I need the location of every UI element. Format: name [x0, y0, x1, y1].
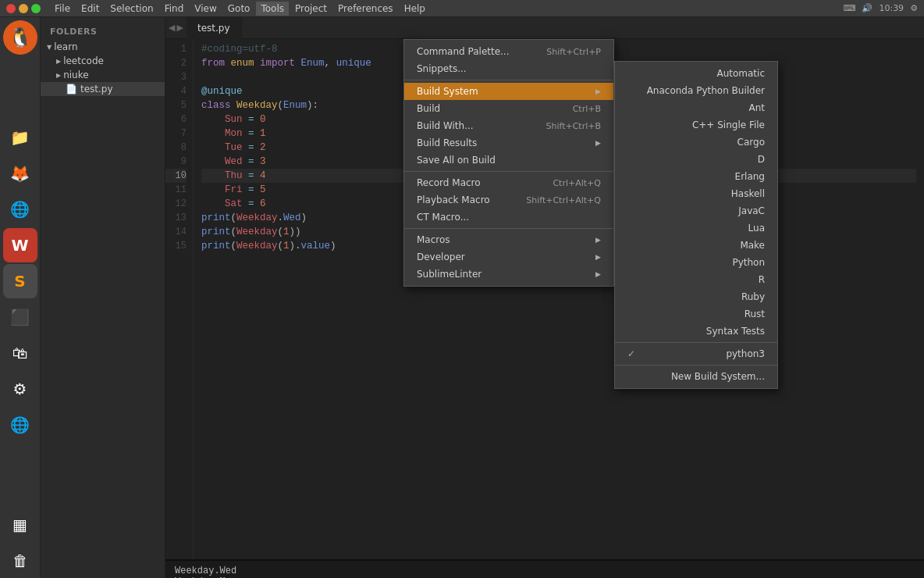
- menu-selection[interactable]: Selection: [105, 2, 158, 16]
- menu-edit[interactable]: Edit: [76, 2, 104, 16]
- menu-developer[interactable]: Developer: [404, 248, 613, 266]
- menu-goto[interactable]: Goto: [223, 2, 255, 16]
- menu-file[interactable]: File: [50, 2, 75, 16]
- sidebar-icon-apps[interactable]: ▦: [3, 508, 37, 542]
- line-num-2: 2: [165, 56, 187, 70]
- line-numbers: 1 2 3 4 5 6 7 8 9 10 11 12 13 14 15: [165, 39, 194, 559]
- build-system-submenu[interactable]: Automatic Anaconda Python Builder Ant C+…: [614, 61, 778, 389]
- settings-icon[interactable]: ⚙: [910, 3, 918, 13]
- line-num-7: 7: [165, 127, 187, 141]
- expand-icon: ▼: [47, 44, 52, 51]
- menu-divider-2: [404, 171, 613, 172]
- titlebar-left: File Edit Selection Find View Goto Tools…: [6, 2, 430, 16]
- bs-new-build-system[interactable]: New Build System...: [615, 368, 777, 385]
- titlebar: File Edit Selection Find View Goto Tools…: [0, 0, 924, 17]
- file-icon: 📄: [66, 84, 77, 95]
- bs-divider: [615, 342, 777, 343]
- sidebar-icon-sublime[interactable]: S: [3, 264, 37, 298]
- bs-make[interactable]: Make: [615, 237, 777, 254]
- bs-anaconda[interactable]: Anaconda Python Builder: [615, 82, 777, 99]
- bs-rust[interactable]: Rust: [615, 305, 777, 323]
- line-num-9: 9: [165, 155, 187, 169]
- menu-ct-macro[interactable]: CT Macro...: [404, 209, 613, 226]
- bs-lua[interactable]: Lua: [615, 219, 777, 237]
- menu-build-with[interactable]: Build With... Shift+Ctrl+B: [404, 117, 613, 134]
- tab-testpy[interactable]: test.py: [187, 17, 242, 39]
- folder-label: leetcode: [63, 55, 104, 66]
- panel-title: FOLDERS: [41, 23, 165, 40]
- bs-cpp[interactable]: C++ Single File: [615, 116, 777, 134]
- bs-python3[interactable]: python3: [615, 345, 777, 362]
- bs-r[interactable]: R: [615, 271, 777, 288]
- menu-preferences[interactable]: Preferences: [333, 2, 398, 16]
- keyboard-icon: ⌨: [844, 3, 856, 13]
- sidebar-icon-settings[interactable]: ⚙: [3, 372, 37, 406]
- menu-project[interactable]: Project: [290, 2, 332, 16]
- folder-leetcode[interactable]: ▶ leetcode: [41, 54, 165, 68]
- expand-icon: ▶: [56, 72, 61, 79]
- editor-area: ◀ ▶ test.py 1 2 3 4 5 6 7 8 9 10 11 12 1…: [165, 17, 924, 578]
- sidebar-icon-wps[interactable]: W: [3, 228, 37, 262]
- bs-divider2: [615, 365, 777, 366]
- bs-d[interactable]: D: [615, 151, 777, 168]
- menu-playback-macro[interactable]: Playback Macro Shift+Ctrl+Alt+Q: [404, 191, 613, 209]
- menu-view[interactable]: View: [190, 2, 221, 16]
- terminal[interactable]: Weekday.Wed Weekday.Mon 1 [Finished in 0…: [165, 559, 924, 578]
- sidebar-icon-chrome2[interactable]: 🌐: [3, 408, 37, 442]
- menu-sublimelinter[interactable]: SublimeLinter: [404, 266, 613, 283]
- line-num-3: 3: [165, 70, 187, 84]
- menu-tools[interactable]: Tools: [256, 2, 289, 16]
- sidebar-icon-firefox[interactable]: 🦊: [3, 156, 37, 191]
- minimize-btn[interactable]: [19, 4, 28, 13]
- menu-snippets[interactable]: Snippets...: [404, 60, 613, 77]
- menu-build-system[interactable]: Build System: [404, 83, 613, 100]
- nav-forward[interactable]: ▶: [176, 23, 183, 33]
- folder-label: niuke: [63, 70, 88, 80]
- line-num-8: 8: [165, 141, 187, 155]
- menu-macros[interactable]: Macros: [404, 231, 613, 248]
- menu-divider-1: [404, 80, 613, 80]
- sidebar-icon-terminal[interactable]: ⬛: [3, 300, 37, 334]
- line-num-15: 15: [165, 239, 187, 253]
- tools-menu[interactable]: Command Palette... Shift+Ctrl+P Snippets…: [403, 39, 614, 287]
- folder-niuke[interactable]: ▶ niuke: [41, 68, 165, 82]
- tab-bar: ◀ ▶ test.py: [165, 17, 924, 39]
- line-num-4: 4: [165, 84, 187, 98]
- bs-javac[interactable]: JavaC: [615, 202, 777, 219]
- maximize-btn[interactable]: [31, 4, 41, 13]
- line-num-11: 11: [165, 183, 187, 197]
- menu-command-palette[interactable]: Command Palette... Shift+Ctrl+P: [404, 43, 613, 60]
- bs-syntax-tests[interactable]: Syntax Tests: [615, 323, 777, 340]
- menu-record-macro[interactable]: Record Macro Ctrl+Alt+Q: [404, 174, 613, 191]
- bs-automatic[interactable]: Automatic: [615, 65, 777, 82]
- sidebar-icon-chrome[interactable]: 🌐: [3, 192, 37, 227]
- close-btn[interactable]: [6, 4, 16, 13]
- file-label: test.py: [80, 84, 113, 95]
- sidebar-icon-bag[interactable]: 🛍: [3, 336, 37, 370]
- menu-help[interactable]: Help: [400, 2, 430, 16]
- folder-label: learn: [54, 41, 77, 52]
- bs-cargo[interactable]: Cargo: [615, 134, 777, 151]
- sidebar-icon-files[interactable]: 📁: [3, 120, 37, 155]
- menu-build[interactable]: Build Ctrl+B: [404, 100, 613, 117]
- bs-ant[interactable]: Ant: [615, 99, 777, 116]
- menu-save-all-on-build[interactable]: Save All on Build: [404, 152, 613, 169]
- nav-back[interactable]: ◀: [169, 23, 175, 33]
- bs-ruby[interactable]: Ruby: [615, 288, 777, 305]
- titlebar-right: ⌨ 🔊 10:39 ⚙: [844, 3, 918, 13]
- bs-erlang[interactable]: Erlang: [615, 168, 777, 185]
- bs-python[interactable]: Python: [615, 254, 777, 271]
- file-panel: FOLDERS ▼ learn ▶ leetcode ▶ niuke 📄 tes…: [41, 17, 165, 578]
- menu-build-results[interactable]: Build Results: [404, 134, 613, 152]
- menu-find[interactable]: Find: [160, 2, 189, 16]
- file-testpy[interactable]: 📄 test.py: [41, 82, 165, 96]
- main-layout: 🐧 📁 🦊 🌐 W S ⬛ 🛍 ⚙ 🌐 ▦ 🗑 FOLDERS ▼ learn …: [0, 17, 924, 578]
- terminal-line-1: Weekday.Wed: [175, 566, 915, 576]
- expand-icon: ▶: [56, 58, 61, 65]
- line-num-1: 1: [165, 42, 187, 56]
- sidebar-icon-ubuntu[interactable]: 🐧: [3, 20, 37, 55]
- sidebar-icon-trash[interactable]: 🗑: [3, 544, 37, 578]
- line-num-6: 6: [165, 112, 187, 127]
- folder-learn[interactable]: ▼ learn: [41, 40, 165, 54]
- bs-haskell[interactable]: Haskell: [615, 185, 777, 202]
